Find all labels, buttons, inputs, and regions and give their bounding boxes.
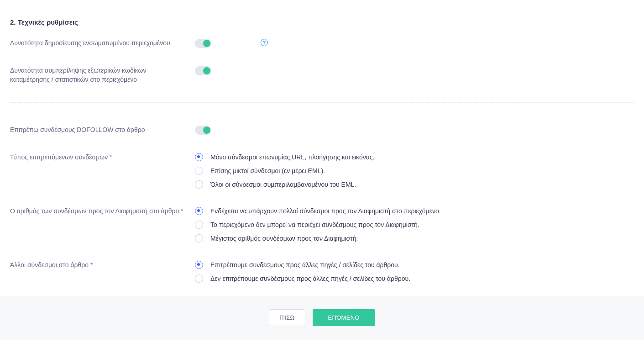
radio-group-link-types: Μόνο σύνδεσμοι επωνυμίας,URL, πλοήγησης … <box>195 153 374 189</box>
help-icon[interactable]: ? <box>261 39 268 46</box>
row-dofollow: Επιτρέπω συνδέσμους DOFOLLOW στο άρθρο <box>10 126 634 135</box>
label-dofollow: Επιτρέπω συνδέσμους DOFOLLOW στο άρθρο <box>10 126 195 135</box>
radio-option-other-links-1[interactable]: Δεν επιτρέπουμε συνδέσμους προς άλλες πη… <box>195 274 410 283</box>
label-link-count: Ο αριθμός των συνδέσμων προς τον Διαφημι… <box>10 207 195 216</box>
radio-group-other-links: Επιτρέπουμε συνδέσμους προς άλλες πηγές … <box>195 261 410 283</box>
row-link-types: Τύπος επιτρεπόμενων συνδέσμων * Μόνο σύν… <box>10 153 634 189</box>
row-embedded-content: Δυνατότητα δημοσίευσης ενσωματωμένου περ… <box>10 39 634 48</box>
radio-option-link-types-1[interactable]: Επίσης μικτοί σύνδεσμοι (εν μέρει EML). <box>195 167 374 175</box>
radio-label-link-count-1: Το περιεχόμενο δεν μπορεί να περιέχει συ… <box>210 221 419 228</box>
section-title: 2. Τεχνικές ρυθμίσεις <box>10 18 634 26</box>
radio-label-link-types-2: Όλοι οι σύνδεσμοι συμπεριλαμβανομένου το… <box>210 181 356 188</box>
radio-link-count-0[interactable] <box>195 207 203 215</box>
radio-label-link-types-0: Μόνο σύνδεσμοι επωνυμίας,URL, πλοήγησης … <box>210 153 374 161</box>
radio-link-count-1[interactable] <box>195 221 203 229</box>
label-embedded-content: Δυνατότητα δημοσίευσης ενσωματωμένου περ… <box>10 39 195 48</box>
label-other-links: Άλλοι σύνδεσμοι στο άρθρο * <box>10 261 195 270</box>
radio-option-link-types-2[interactable]: Όλοι οι σύνδεσμοι συμπεριλαμβανομένου το… <box>195 180 374 189</box>
label-link-types: Τύπος επιτρεπόμενων συνδέσμων * <box>10 153 195 162</box>
radio-label-link-types-1: Επίσης μικτοί σύνδεσμοι (εν μέρει EML). <box>210 167 325 174</box>
toggle-dofollow[interactable] <box>195 126 211 135</box>
toggle-tracking-codes[interactable] <box>195 66 211 75</box>
radio-label-link-count-0: Ενδέχεται να υπάρχουν πολλοί σύνδεσμοι π… <box>210 207 441 215</box>
radio-link-types-1[interactable] <box>195 167 203 175</box>
radio-link-count-2[interactable] <box>195 234 203 243</box>
radio-option-other-links-0[interactable]: Επιτρέπουμε συνδέσμους προς άλλες πηγές … <box>195 261 410 269</box>
radio-option-link-count-1[interactable]: Το περιεχόμενο δεν μπορεί να περιέχει συ… <box>195 221 441 229</box>
toggle-embedded-content[interactable] <box>195 39 211 48</box>
radio-option-link-types-0[interactable]: Μόνο σύνδεσμοι επωνυμίας,URL, πλοήγησης … <box>195 153 374 161</box>
label-tracking-codes: Δυνατότητα συμπερίληψης εξωτερικών κωδίκ… <box>10 66 195 84</box>
row-link-count: Ο αριθμός των συνδέσμων προς τον Διαφημι… <box>10 207 634 243</box>
radio-label-link-count-2: Μέγιστος αριθμός συνδέσμων προς τον Διαφ… <box>210 235 358 242</box>
radio-link-types-0[interactable] <box>195 153 203 161</box>
radio-other-links-0[interactable] <box>195 261 203 269</box>
divider <box>10 102 634 103</box>
radio-group-link-count: Ενδέχεται να υπάρχουν πολλοί σύνδεσμοι π… <box>195 207 441 243</box>
next-button[interactable]: ΕΠΌΜΕΝΟ <box>313 309 375 326</box>
radio-label-other-links-0: Επιτρέπουμε συνδέσμους προς άλλες πηγές … <box>210 261 400 269</box>
footer: ΠΊΣΩ ΕΠΌΜΕΝΟ <box>0 296 644 340</box>
radio-other-links-1[interactable] <box>195 274 203 283</box>
row-other-links: Άλλοι σύνδεσμοι στο άρθρο * Επιτρέπουμε … <box>10 261 634 283</box>
radio-link-types-2[interactable] <box>195 180 203 189</box>
radio-option-link-count-2[interactable]: Μέγιστος αριθμός συνδέσμων προς τον Διαφ… <box>195 234 441 243</box>
radio-option-link-count-0[interactable]: Ενδέχεται να υπάρχουν πολλοί σύνδεσμοι π… <box>195 207 441 215</box>
row-tracking-codes: Δυνατότητα συμπερίληψης εξωτερικών κωδίκ… <box>10 66 634 84</box>
radio-label-other-links-1: Δεν επιτρέπουμε συνδέσμους προς άλλες πη… <box>210 275 410 282</box>
back-button[interactable]: ΠΊΣΩ <box>269 309 305 326</box>
